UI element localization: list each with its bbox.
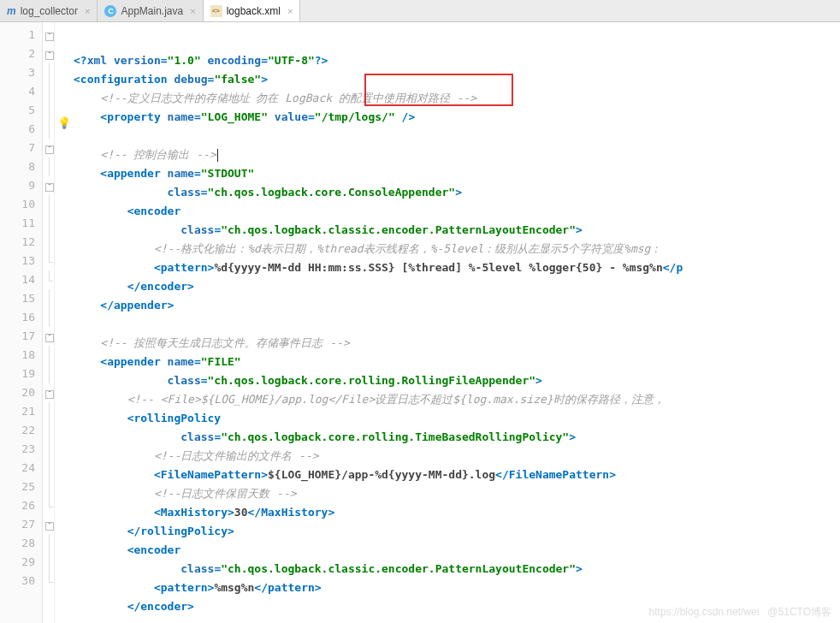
- java-icon: C: [104, 5, 116, 17]
- line-number: 1: [0, 26, 35, 44]
- fold-marker[interactable]: [43, 383, 54, 402]
- tab-logback-xml[interactable]: logback.xml×: [204, 0, 301, 21]
- line-number: 12: [0, 233, 35, 252]
- xml-icon: [210, 5, 222, 17]
- line-number: 25: [0, 478, 35, 496]
- line-number: 13: [0, 252, 35, 270]
- line-number: 23: [0, 440, 35, 459]
- intention-bulb-icon[interactable]: 💡: [55, 116, 74, 129]
- line-number: 19: [0, 365, 35, 383]
- code-line[interactable]: <MaxHistory>30</MaxHistory>: [74, 503, 840, 522]
- code-line[interactable]: <pattern>%d{yyyy-MM-dd HH:mm:ss.SSS} [%t…: [74, 258, 840, 277]
- line-number: 26: [0, 496, 35, 515]
- code-line[interactable]: <!--日志文件输出的文件名 -->: [74, 447, 840, 466]
- line-number: 7: [0, 139, 35, 157]
- fold-column: [43, 22, 55, 623]
- fold-marker: [43, 402, 54, 421]
- line-number: 2: [0, 44, 35, 63]
- code-line[interactable]: class="ch.qos.logback.core.ConsoleAppend…: [74, 183, 840, 202]
- line-number: 21: [0, 402, 35, 421]
- line-number: 20: [0, 383, 35, 402]
- fold-marker: [43, 365, 54, 383]
- tab-appmain-java[interactable]: CAppMain.java×: [98, 0, 203, 21]
- intention-bulb-column: 💡: [55, 22, 74, 623]
- tab-label: AppMain.java: [121, 5, 183, 17]
- line-number-gutter: 1234567891011121314151617181920212223242…: [0, 22, 43, 623]
- code-line[interactable]: </encoder>: [74, 277, 840, 296]
- tab-label: log_collector: [21, 5, 78, 17]
- fold-marker: [43, 478, 54, 496]
- code-line[interactable]: <FileNamePattern>${LOG_HOME}/app-%d{yyyy…: [74, 466, 840, 484]
- fold-marker[interactable]: [43, 327, 54, 346]
- module-icon: m: [7, 5, 16, 17]
- line-number: 11: [0, 214, 35, 233]
- line-number: 30: [0, 572, 35, 590]
- code-line[interactable]: <appender name="STDOUT": [74, 164, 840, 183]
- fold-marker: [43, 534, 54, 553]
- code-line[interactable]: </rollingPolicy>: [74, 522, 840, 541]
- code-line[interactable]: </encoder>: [74, 597, 840, 616]
- fold-marker: [43, 233, 54, 252]
- close-icon[interactable]: ×: [190, 6, 195, 16]
- fold-marker[interactable]: [43, 139, 54, 157]
- line-number: 8: [0, 157, 35, 176]
- line-number: 29: [0, 553, 35, 572]
- fold-marker: [43, 346, 54, 365]
- code-line[interactable]: class="ch.qos.logback.classic.encoder.Pa…: [74, 221, 840, 240]
- fold-marker: [43, 572, 54, 590]
- line-number: 16: [0, 308, 35, 327]
- fold-marker: [43, 270, 54, 289]
- code-line[interactable]: <rollingPolicy: [74, 409, 840, 428]
- fold-marker: [43, 440, 54, 459]
- code-line[interactable]: <encoder: [74, 541, 840, 560]
- code-line[interactable]: <encoder: [74, 202, 840, 221]
- code-line[interactable]: <!-- 按照每天生成日志文件。存储事件日志 -->: [74, 334, 840, 353]
- code-line[interactable]: <pattern>%msg%n</pattern>: [74, 578, 840, 597]
- code-area[interactable]: <?xml version="1.0" encoding="UTF-8"?><c…: [74, 22, 840, 623]
- fold-marker: [43, 252, 54, 270]
- line-number: 10: [0, 195, 35, 214]
- code-line[interactable]: <?xml version="1.0" encoding="UTF-8"?>: [74, 51, 840, 70]
- fold-marker[interactable]: [43, 515, 54, 534]
- code-line[interactable]: <!-- <File>${LOG_HOME}/app.log</File>设置日…: [74, 390, 840, 409]
- fold-marker: [43, 421, 54, 440]
- fold-marker: [43, 553, 54, 572]
- fold-marker[interactable]: [43, 26, 54, 44]
- tab-log_collector[interactable]: mlog_collector×: [0, 0, 98, 21]
- line-number: 14: [0, 270, 35, 289]
- fold-marker: [43, 157, 54, 176]
- fold-marker[interactable]: [43, 44, 54, 63]
- code-line[interactable]: </appender>: [74, 296, 840, 315]
- fold-marker: [43, 289, 54, 308]
- code-line[interactable]: <property name="LOG_HOME" value="/tmp/lo…: [74, 108, 840, 127]
- fold-marker: [43, 101, 54, 120]
- line-number: 22: [0, 421, 35, 440]
- line-number: 4: [0, 82, 35, 101]
- code-line[interactable]: class="ch.qos.logback.classic.encoder.Pa…: [74, 560, 840, 578]
- line-number: 27: [0, 515, 35, 534]
- close-icon[interactable]: ×: [287, 6, 293, 16]
- line-number: 6: [0, 120, 35, 139]
- code-line[interactable]: <!-- 控制台输出 -->: [74, 145, 840, 164]
- code-line[interactable]: <!--格式化输出：%d表示日期，%thread表示线程名，%-5level：级…: [74, 240, 840, 258]
- fold-marker: [43, 120, 54, 139]
- editor: 1234567891011121314151617181920212223242…: [0, 22, 840, 623]
- code-line[interactable]: [74, 127, 840, 145]
- code-line[interactable]: class="ch.qos.logback.core.rolling.TimeB…: [74, 428, 840, 447]
- highlight-box: [364, 74, 513, 106]
- fold-marker[interactable]: [43, 176, 54, 195]
- fold-marker: [43, 214, 54, 233]
- line-number: 5: [0, 101, 35, 120]
- close-icon[interactable]: ×: [85, 6, 90, 16]
- line-number: 3: [0, 63, 35, 82]
- code-line[interactable]: <appender name="FILE": [74, 353, 840, 371]
- line-number: 17: [0, 327, 35, 346]
- tab-label: logback.xml: [227, 5, 281, 17]
- code-line[interactable]: class="ch.qos.logback.core.rolling.Rolli…: [74, 371, 840, 390]
- code-line[interactable]: [74, 315, 840, 334]
- line-number: 28: [0, 534, 35, 553]
- fold-marker: [43, 63, 54, 82]
- code-line[interactable]: <!--日志文件保留天数 -->: [74, 484, 840, 503]
- fold-marker: [43, 195, 54, 214]
- line-number: 18: [0, 346, 35, 365]
